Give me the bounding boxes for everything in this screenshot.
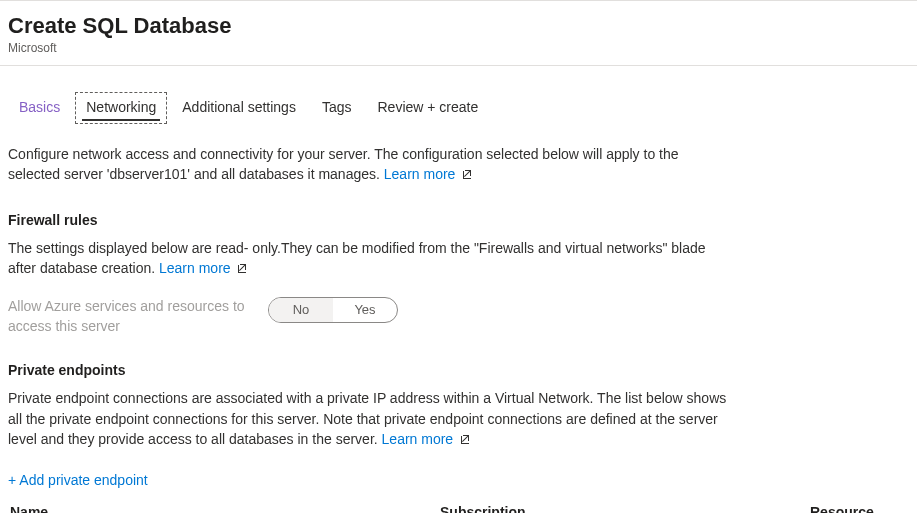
tabs-bar: Basics Networking Additional settings Ta… [8,92,909,124]
intro-text: Configure network access and connectivit… [8,144,728,186]
private-endpoints-text-content: Private endpoint connections are associa… [8,390,726,447]
add-private-endpoint-link[interactable]: + Add private endpoint [8,472,148,488]
page-title: Create SQL Database [8,13,909,39]
firewall-text: The settings displayed below are read- o… [8,238,728,280]
column-header-subscription: Subscription [440,504,810,513]
allow-azure-toggle[interactable]: No Yes [268,297,398,323]
table-header: Name Subscription Resource group [8,498,909,513]
tab-basics[interactable]: Basics [8,92,71,124]
tab-additional-settings[interactable]: Additional settings [171,92,307,124]
toggle-option-no[interactable]: No [269,298,333,322]
private-endpoints-text: Private endpoint connections are associa… [8,388,728,450]
private-endpoints-heading: Private endpoints [8,362,909,378]
page-subtitle: Microsoft [8,41,909,55]
external-link-icon [461,165,473,185]
intro-text-content: Configure network access and connectivit… [8,146,679,182]
toggle-option-yes[interactable]: Yes [333,298,397,322]
column-header-name: Name [8,504,440,513]
firewall-heading: Firewall rules [8,212,909,228]
tab-tags[interactable]: Tags [311,92,363,124]
private-endpoints-learn-more-link[interactable]: Learn more [382,431,471,447]
intro-learn-more-link[interactable]: Learn more [384,166,473,182]
tab-review-create[interactable]: Review + create [366,92,489,124]
firewall-text-content: The settings displayed below are read- o… [8,240,706,276]
private-endpoints-table: Name Subscription Resource group Click o… [8,498,909,513]
external-link-icon [459,430,471,450]
external-link-icon [236,259,248,279]
allow-azure-row: Allow Azure services and resources to ac… [8,297,909,336]
tab-networking[interactable]: Networking [75,92,167,124]
column-header-resource-group: Resource group [810,504,909,513]
page-header: Create SQL Database Microsoft [0,1,917,66]
allow-azure-label: Allow Azure services and resources to ac… [8,297,248,336]
firewall-learn-more-link[interactable]: Learn more [159,260,248,276]
